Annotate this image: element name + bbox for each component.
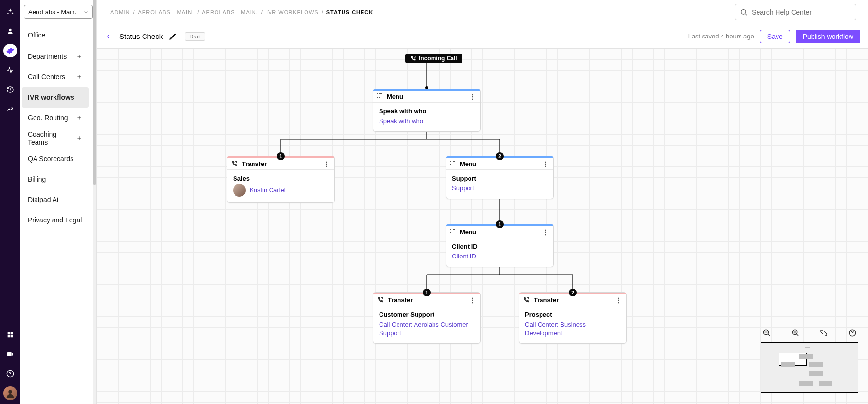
key-badge: 1	[277, 152, 285, 160]
nav-item-qa-scorecards[interactable]: QA Scorecards	[22, 148, 89, 169]
node-title: Speak with who	[379, 108, 474, 115]
crumb[interactable]: ADMIN	[110, 9, 130, 15]
person-icon[interactable]	[3, 24, 17, 38]
search-box[interactable]	[735, 4, 856, 20]
scrollbar-thumb[interactable]	[93, 0, 96, 185]
more-icon[interactable]: ⋮	[323, 160, 330, 167]
status-badge: Draft	[185, 32, 205, 41]
drag-handle-icon[interactable]	[377, 93, 383, 99]
integrations-icon[interactable]	[3, 328, 17, 342]
assignee-avatar	[233, 184, 246, 197]
more-icon[interactable]: ⋮	[615, 296, 622, 304]
edit-icon[interactable]	[168, 32, 177, 41]
node-transfer-sales[interactable]: 1 Transfer ⋮ Sales Kristin Carlel	[227, 156, 335, 203]
node-transfer-prospect[interactable]: 2 Transfer ⋮ Prospect Call Center: Busin…	[519, 292, 627, 344]
save-button[interactable]: Save	[760, 30, 790, 43]
nav-label: Coaching Teams	[28, 130, 76, 146]
more-icon[interactable]: ⋮	[469, 93, 476, 100]
plus-icon[interactable]: ＋	[76, 73, 83, 81]
nav-label: Office	[28, 31, 45, 39]
node-transfer-cs[interactable]: 1 Transfer ⋮ Customer Support Call Cente…	[373, 292, 481, 344]
scrollbar-track[interactable]	[93, 0, 96, 404]
nav-item-departments[interactable]: Departments ＋	[22, 46, 89, 67]
more-icon[interactable]: ⋮	[542, 228, 549, 236]
drag-handle-icon[interactable]	[450, 161, 456, 166]
node-subtitle: Client ID	[452, 252, 547, 261]
nav-label: Geo. Routing	[28, 114, 68, 122]
publish-button[interactable]: Publish workflow	[796, 30, 860, 43]
fit-view-button[interactable]	[818, 327, 830, 339]
nav-item-ivr-workflows[interactable]: IVR workflows	[22, 87, 89, 108]
user-avatar[interactable]	[3, 386, 17, 400]
plus-icon[interactable]: ＋	[76, 134, 83, 143]
node-title: Support	[452, 175, 547, 182]
drag-handle-icon[interactable]	[450, 229, 456, 235]
start-node[interactable]: Incoming Call	[405, 54, 462, 63]
org-selector[interactable]: AeroLabs - Main.	[24, 5, 93, 19]
main: ADMIN/ AEROLABS - MAIN./ AEROLABS - MAIN…	[97, 0, 868, 404]
gear-icon[interactable]	[3, 44, 17, 57]
nav-item-dialpad-ai[interactable]: Dialpad Ai	[22, 189, 89, 210]
topbar: ADMIN/ AEROLABS - MAIN./ AEROLABS - MAIN…	[97, 0, 868, 24]
nav-label: IVR workflows	[28, 93, 74, 101]
nav-item-coaching-teams[interactable]: Coaching Teams ＋	[22, 128, 89, 148]
more-icon[interactable]: ⋮	[469, 296, 476, 304]
plus-icon[interactable]: ＋	[76, 52, 83, 61]
minimap-help-button[interactable]	[847, 327, 858, 339]
back-button[interactable]	[103, 31, 114, 42]
search-input[interactable]	[752, 8, 851, 16]
node-type: Menu	[387, 93, 403, 100]
ai-sparkle-icon[interactable]	[3, 5, 17, 18]
page-title: Status Check	[119, 32, 163, 40]
node-type: Menu	[460, 160, 476, 167]
plus-icon[interactable]: ＋	[76, 113, 83, 122]
node-type: Transfer	[388, 296, 413, 304]
org-selector-label: AeroLabs - Main.	[28, 8, 76, 16]
node-menu-support[interactable]: 2 Menu ⋮ Support Support	[446, 156, 554, 199]
svg-point-2	[741, 9, 746, 14]
nav-label: Dialpad Ai	[28, 196, 58, 203]
phone-incoming-icon	[410, 55, 416, 61]
node-subtitle: Speak with who	[379, 117, 474, 126]
icon-rail	[0, 0, 20, 404]
activity-icon[interactable]	[3, 63, 17, 77]
start-node-label: Incoming Call	[419, 55, 457, 62]
video-icon[interactable]	[3, 348, 17, 361]
left-panel: AeroLabs - Main. Office Departments ＋ Ca…	[20, 0, 97, 404]
trend-icon[interactable]	[3, 102, 17, 116]
nav-item-call-centers[interactable]: Call Centers ＋	[22, 67, 89, 87]
nav-item-geo-routing[interactable]: Geo. Routing ＋	[22, 108, 89, 128]
nav-label: Privacy and Legal	[28, 216, 82, 224]
zoom-in-button[interactable]	[790, 327, 801, 339]
chevron-down-icon	[83, 9, 89, 15]
crumb[interactable]: IVR WORKFLOWS	[266, 9, 319, 15]
history-icon[interactable]	[3, 83, 17, 96]
crumb[interactable]: AEROLABS - MAIN.	[138, 9, 195, 15]
nav-item-billing[interactable]: Billing	[22, 169, 89, 189]
minimap[interactable]	[761, 342, 858, 393]
workflow-canvas[interactable]: Incoming Call Menu ⋮ Speak with who Spea…	[97, 49, 868, 404]
crumb[interactable]: AEROLABS - MAIN.	[202, 9, 258, 15]
node-subtitle: Call Center: Aerolabs Customer Support	[379, 320, 474, 337]
nav-label: QA Scorecards	[28, 155, 73, 163]
zoom-out-button[interactable]	[761, 327, 773, 339]
node-type: Transfer	[242, 160, 267, 167]
nav-label: Departments	[28, 53, 67, 60]
phone-transfer-icon	[377, 296, 384, 303]
help-icon[interactable]	[3, 367, 17, 381]
breadcrumb: ADMIN/ AEROLABS - MAIN./ AEROLABS - MAIN…	[110, 9, 373, 15]
nav-item-privacy-legal[interactable]: Privacy and Legal	[22, 210, 89, 230]
phone-transfer-icon	[523, 296, 530, 303]
chevron-left-icon	[105, 33, 112, 40]
last-saved-text: Last saved 4 hours ago	[688, 33, 754, 40]
search-icon	[740, 8, 748, 17]
node-menu-clientid[interactable]: 1 Menu ⋮ Client ID Client ID	[446, 224, 554, 267]
node-menu-root[interactable]: Menu ⋮ Speak with who Speak with who	[373, 89, 481, 132]
crumb-current: STATUS CHECK	[326, 9, 374, 15]
more-icon[interactable]: ⋮	[542, 160, 549, 167]
node-type: Transfer	[534, 296, 559, 304]
nav-item-office[interactable]: Office	[22, 24, 89, 46]
node-subtitle: Kristin Carlel	[250, 186, 286, 195]
node-subtitle: Support	[452, 184, 547, 193]
node-title: Prospect	[525, 311, 620, 318]
